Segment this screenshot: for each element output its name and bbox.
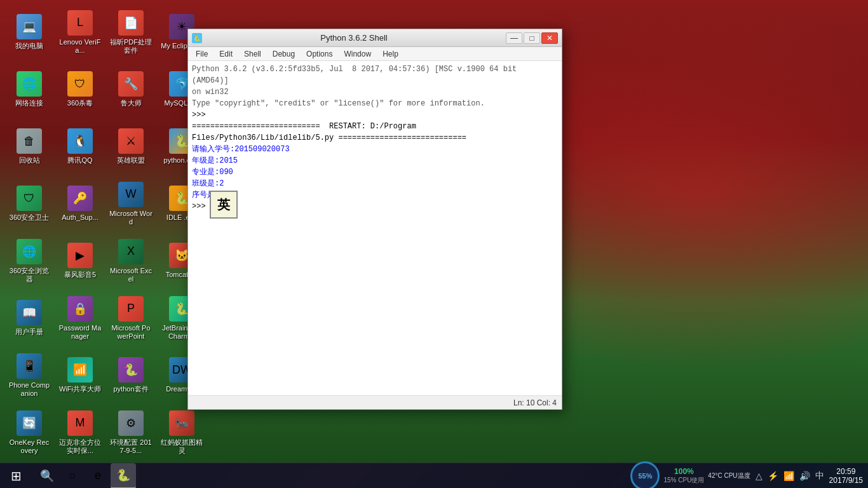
desktop-icon-wifishare[interactable]: 📶 WiFi共享大师 xyxy=(56,348,104,403)
pythonsuit-icon: 🐍 xyxy=(118,357,144,383)
desktop-icons-container: 💻 我的电脑 L Lenovo VeriFa... 📄 福昕PDF处理套件 ☀ … xyxy=(0,0,197,458)
shell-line-3: >>> xyxy=(192,109,558,121)
ie-button[interactable]: e xyxy=(85,463,111,489)
baofeng-icon: ▶ xyxy=(67,243,93,268)
shell-status-text: Ln: 10 Col: 4 xyxy=(513,398,557,407)
minimize-button[interactable]: — xyxy=(506,32,522,44)
system-clock[interactable]: 20:59 2017/9/15 xyxy=(829,467,863,485)
desktop-icon-msword[interactable]: W Microsoft Word xyxy=(107,177,155,231)
ants-label: 红蚂蚁抓图精灵 xyxy=(160,438,203,455)
desktop-icon-kill360[interactable]: 🛡 360杀毒 xyxy=(56,62,104,117)
foxit-icon: 📄 xyxy=(118,10,144,36)
authsuper-icon: 🔑 xyxy=(67,186,93,211)
start-button[interactable]: ⊞ xyxy=(0,463,32,489)
shell-title-icon: 🐍 xyxy=(192,33,202,43)
desktop-icon-authsuper[interactable]: 🔑 Auth_Sup... xyxy=(56,177,104,231)
msword-label: Microsoft Word xyxy=(109,210,153,226)
passmanager-icon: 🔒 xyxy=(67,296,93,322)
shell-content[interactable]: Python 3.6.2 (v3.6.2:5fd33b5, Jul 8 2017… xyxy=(188,61,562,395)
baofeng-label: 暴风影音5 xyxy=(64,271,96,279)
desktop-icon-ants[interactable]: 🐜 红蚂蚁抓图精灵 xyxy=(158,405,206,460)
wifishare-icon: 📶 xyxy=(67,357,93,383)
onekey-label: OneKey Recovery xyxy=(8,438,51,455)
cortana-button[interactable]: ○ xyxy=(60,463,85,489)
shell-line-7: 专业是:090 xyxy=(192,166,558,178)
manual-icon: 📖 xyxy=(17,300,42,325)
qq-icon: 🐧 xyxy=(67,128,93,154)
menu-help[interactable]: Help xyxy=(377,48,403,60)
safe360-label: 360安全卫士 xyxy=(10,214,49,222)
cpu-percent: 55% xyxy=(638,472,652,480)
menu-debug[interactable]: Debug xyxy=(268,48,300,60)
desktop-icon-luda[interactable]: 🔧 鲁大师 xyxy=(107,62,155,117)
luda-icon: 🔧 xyxy=(118,71,144,97)
tray-ime[interactable]: 中 xyxy=(814,469,825,483)
shell-line-0: Python 3.6.2 (v3.6.2:5fd33b5, Jul 8 2017… xyxy=(192,64,558,86)
envconfig-icon: ⚙ xyxy=(118,410,144,436)
tray-arrow[interactable]: △ xyxy=(754,470,764,482)
python-taskbar-button[interactable]: 🐍 xyxy=(111,463,136,489)
tray-network[interactable]: 📶 xyxy=(782,470,796,482)
browser360-icon: 🌐 xyxy=(17,239,42,264)
desktop-icon-foxit[interactable]: 📄 福昕PDF处理套件 xyxy=(107,5,155,60)
menu-shell[interactable]: Shell xyxy=(239,48,266,60)
desktop-icon-safe360[interactable]: 🛡 360安全卫士 xyxy=(5,177,53,231)
cpu-usage-circle: 55% xyxy=(630,461,660,489)
desktop-icon-qq[interactable]: 🐧 腾讯QQ xyxy=(56,119,104,174)
close-button[interactable]: ✕ xyxy=(541,32,558,44)
shell-line-6: 年级是:2015 xyxy=(192,155,558,166)
clock-time: 20:59 xyxy=(836,467,855,476)
clock-date: 2017/9/15 xyxy=(829,476,863,485)
search-button[interactable]: 🔍 xyxy=(34,463,60,489)
shell-title: Python 3.6.2 Shell xyxy=(206,33,502,43)
excel-label: Microsoft Excel xyxy=(109,267,153,283)
recycle-icon: 🗑 xyxy=(17,128,42,154)
python-shell-window[interactable]: 🐍 Python 3.6.2 Shell — □ ✕ FileEditShell… xyxy=(187,29,562,410)
tray-volume[interactable]: 🔊 xyxy=(798,470,811,482)
ppt-label: Microsoft PowerPoint xyxy=(109,324,153,341)
desktop-icon-excel[interactable]: X Microsoft Excel xyxy=(107,234,155,288)
desktop-icon-maifei[interactable]: M 迈克非全方位实时保... xyxy=(56,405,104,460)
tray-power[interactable]: ⚡ xyxy=(766,470,780,482)
shell-line-10: >>> xyxy=(192,201,558,212)
excel-icon: X xyxy=(118,239,144,264)
shell-line-1: on win32 xyxy=(192,86,558,98)
desktop-icon-phone[interactable]: 📱 Phone Companion xyxy=(5,348,53,403)
menu-file[interactable]: File xyxy=(191,48,213,60)
network-label: 网络连接 xyxy=(15,99,43,107)
desktop-icon-lenovo[interactable]: L Lenovo VeriFa... xyxy=(56,5,104,60)
desktop-icon-envconfig[interactable]: ⚙ 环境配置 2017-9-5... xyxy=(107,405,155,460)
shell-window-controls: — □ ✕ xyxy=(506,32,558,44)
desktop-icon-manual[interactable]: 📖 用户手册 xyxy=(5,291,53,346)
desktop-icon-onekey[interactable]: 🔄 OneKey Recovery xyxy=(5,405,53,460)
desktop-icon-network[interactable]: 🌐 网络连接 xyxy=(5,62,53,117)
temperature-info: 42°C CPU温度 xyxy=(708,471,750,480)
menu-edit[interactable]: Edit xyxy=(214,48,238,60)
desktop: 💻 我的电脑 L Lenovo VeriFa... 📄 福昕PDF处理套件 ☀ … xyxy=(0,0,868,488)
menu-options[interactable]: Options xyxy=(301,48,337,60)
desktop-icon-hero[interactable]: ⚔ 英雄联盟 xyxy=(107,119,155,174)
desktop-icon-ppt[interactable]: P Microsoft PowerPoint xyxy=(107,291,155,346)
computer-label: 我的电脑 xyxy=(15,42,43,50)
desktop-icon-computer[interactable]: 💻 我的电脑 xyxy=(5,5,53,60)
qq-label: 腾讯QQ xyxy=(67,156,92,165)
pythonsuit-label: python套件 xyxy=(113,385,148,393)
desktop-icon-baofeng[interactable]: ▶ 暴风影音5 xyxy=(56,234,104,288)
recycle-label: 回收站 xyxy=(19,156,40,165)
desktop-icon-pythonsuit[interactable]: 🐍 python套件 xyxy=(107,348,155,403)
desktop-icon-passmanager[interactable]: 🔒 Password Manager xyxy=(56,291,104,346)
hero-icon: ⚔ xyxy=(118,128,144,154)
kill360-label: 360杀毒 xyxy=(67,99,93,107)
kill360-icon: 🛡 xyxy=(67,71,93,97)
phone-icon: 📱 xyxy=(17,353,42,379)
desktop-icon-browser360[interactable]: 🌐 360安全浏览器 xyxy=(5,234,53,288)
menu-window[interactable]: Window xyxy=(339,48,376,60)
desktop-icon-recycle[interactable]: 🗑 回收站 xyxy=(5,119,53,174)
maximize-button[interactable]: □ xyxy=(524,32,540,44)
lenovo-label: Lenovo VeriFa... xyxy=(58,38,102,55)
browser360-label: 360安全浏览器 xyxy=(8,267,51,283)
taskbar-pinned-icons: 🔍○e🐍 xyxy=(32,463,139,489)
shell-menubar: FileEditShellDebugOptionsWindowHelp xyxy=(188,47,562,61)
manual-label: 用户手册 xyxy=(15,328,43,336)
shell-statusbar: Ln: 10 Col: 4 xyxy=(188,395,562,409)
